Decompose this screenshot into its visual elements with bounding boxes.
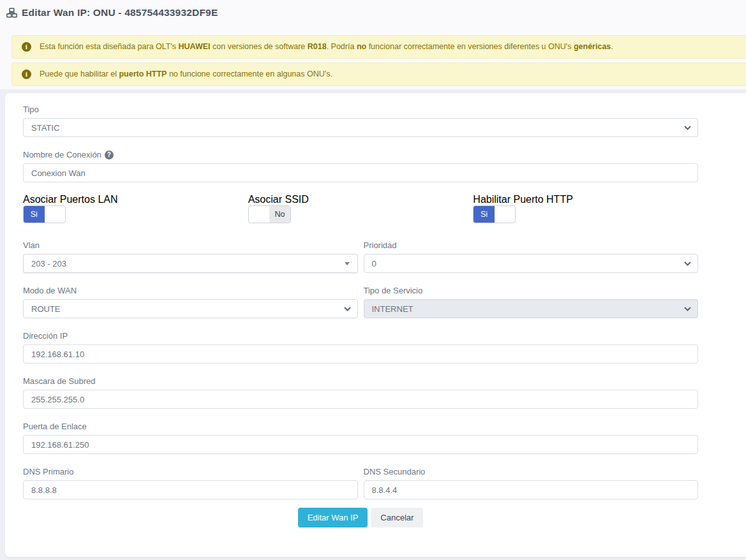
habilitar-puerto-http-toggle[interactable]: Si [473, 205, 516, 223]
modo-wan-group: Modo de WAN ROUTE [23, 284, 358, 318]
modo-wan-select[interactable]: ROUTE [23, 299, 358, 318]
nombre-conexion-label: Nombre de Conexión ? [23, 150, 114, 160]
puerta-enlace-label: Puerta de Enlace [23, 422, 87, 432]
tipo-servicio-group: Tipo de Servicio INTERNET [364, 284, 699, 318]
toggle-off-half [495, 206, 516, 223]
content-zone: Tipo STATIC Nombre de Conexión ? Asociar… [0, 89, 746, 560]
prioridad-select[interactable]: 0 [364, 254, 699, 273]
alert-http-text: Puede que habilitar el puerto HTTP no fu… [40, 70, 332, 79]
toggles-row: Asociar Puertos LAN Si Asociar SSID No H… [23, 194, 698, 223]
tipo-group: Tipo STATIC [23, 103, 698, 137]
prioridad-label: Prioridad [364, 240, 397, 251]
tipo-select-value: STATIC [31, 123, 59, 133]
asociar-ssid-toggle[interactable]: No [248, 205, 291, 223]
vlan-label: Vlan [23, 240, 40, 251]
toggle-off-half: No [269, 206, 290, 223]
dns-secundario-label: DNS Secundario [364, 467, 426, 477]
chevron-down-icon [684, 307, 691, 311]
vlan-group: Vlan 203 - 203 [23, 239, 358, 273]
dns-primario-group: DNS Primario [23, 466, 358, 499]
dns-secundario-group: DNS Secundario [364, 466, 699, 499]
alert-http-warning: i Puede que habilitar el puerto HTTP no … [11, 63, 746, 86]
habilitar-puerto-http-group: Habilitar Puerto HTTP Si [473, 194, 698, 223]
vlan-prioridad-row: Vlan 203 - 203 Prioridad 0 [23, 239, 698, 273]
info-icon: i [22, 70, 31, 79]
wan-ip-form-card: Tipo STATIC Nombre de Conexión ? Asociar… [5, 93, 746, 557]
habilitar-puerto-http-label: Habilitar Puerto HTTP [473, 194, 573, 205]
tipo-servicio-select-value: INTERNET [372, 304, 414, 314]
nombre-conexion-input[interactable] [23, 163, 698, 182]
top-zone: Editar Wan IP: ONU - 485754433932DF9E i … [0, 0, 746, 89]
toggle-off-half [45, 206, 66, 223]
dns-secundario-input[interactable] [364, 480, 699, 499]
vlan-select-value: 203 - 203 [31, 259, 66, 269]
cancelar-button[interactable]: Cancelar [371, 508, 423, 527]
mascara-subred-input[interactable] [23, 390, 698, 409]
vlan-select[interactable]: 203 - 203 [23, 254, 358, 273]
asociar-puertos-lan-group: Asociar Puertos LAN Si [23, 194, 248, 223]
sitemap-icon [6, 8, 17, 18]
dns-row: DNS Primario DNS Secundario [23, 466, 698, 499]
prioridad-select-value: 0 [372, 259, 377, 269]
prioridad-group: Prioridad 0 [364, 239, 699, 273]
dns-primario-input[interactable] [23, 480, 358, 499]
nombre-conexion-group: Nombre de Conexión ? [23, 149, 698, 182]
tipo-label: Tipo [23, 105, 39, 115]
direccion-ip-label: Dirección IP [23, 331, 68, 341]
asociar-puertos-lan-toggle[interactable]: Si [23, 205, 66, 223]
modo-wan-label: Modo de WAN [23, 286, 77, 296]
asociar-ssid-label: Asociar SSID [248, 194, 309, 205]
asociar-puertos-lan-label: Asociar Puertos LAN [23, 194, 118, 205]
form-actions: Editar Wan IP Cancelar [23, 508, 698, 527]
puerta-enlace-input[interactable] [23, 435, 698, 454]
direccion-ip-group: Dirección IP [23, 330, 698, 364]
chevron-down-icon [344, 307, 351, 311]
toggle-on-half [249, 206, 270, 223]
editar-wan-ip-button[interactable]: Editar Wan IP [298, 508, 368, 527]
tipo-servicio-select: INTERNET [364, 299, 699, 318]
alert-huawei-text: Esta función esta diseñada para OLT's HU… [40, 42, 613, 52]
mascara-subred-group: Mascara de Subred [23, 375, 698, 409]
chevron-down-icon [684, 262, 691, 266]
info-icon: i [22, 42, 31, 52]
modo-servicio-row: Modo de WAN ROUTE Tipo de Servicio INTER… [23, 284, 698, 318]
puerta-enlace-group: Puerta de Enlace [23, 420, 698, 454]
toggle-on-half: Si [474, 206, 495, 223]
page-title: Editar Wan IP: ONU - 485754433932DF9E [22, 7, 218, 18]
chevron-down-icon [684, 126, 691, 130]
asociar-ssid-group: Asociar SSID No [248, 194, 474, 223]
page-header: Editar Wan IP: ONU - 485754433932DF9E [0, 0, 746, 26]
alert-huawei-warning: i Esta función esta diseñada para OLT's … [11, 35, 746, 59]
toggle-on-half: Si [24, 206, 45, 223]
tipo-servicio-label: Tipo de Servicio [364, 286, 423, 296]
caret-down-icon [345, 262, 350, 265]
mascara-subred-label: Mascara de Subred [23, 376, 95, 387]
question-icon[interactable]: ? [105, 151, 114, 159]
direccion-ip-input[interactable] [23, 344, 698, 364]
modo-wan-select-value: ROUTE [31, 304, 61, 314]
tipo-select[interactable]: STATIC [23, 118, 698, 137]
dns-primario-label: DNS Primario [23, 467, 73, 477]
